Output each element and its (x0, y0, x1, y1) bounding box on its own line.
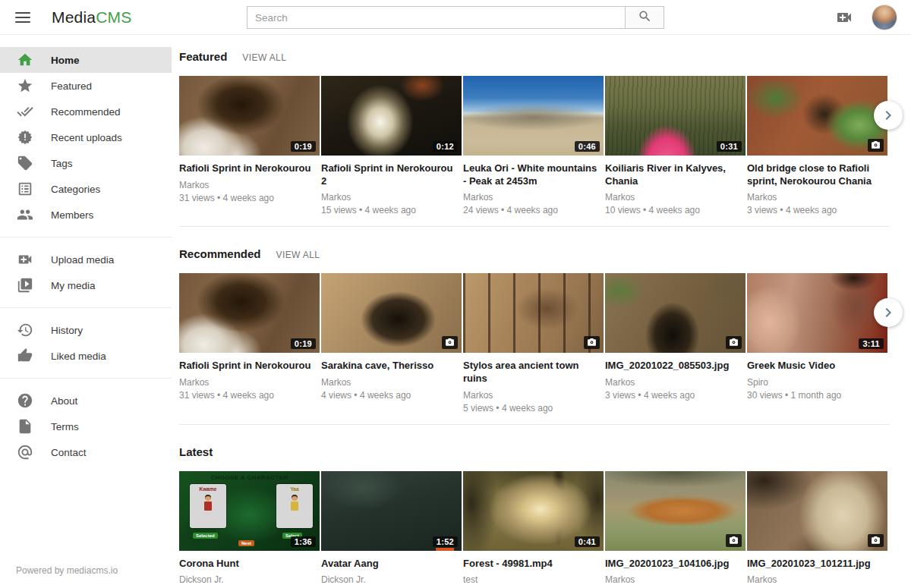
media-author[interactable]: Markos (605, 192, 746, 203)
media-thumbnail[interactable] (747, 471, 887, 551)
media-author[interactable]: Spiro (747, 377, 887, 388)
media-title[interactable]: IMG_20201023_101211.jpg (747, 558, 887, 571)
media-thumbnail[interactable] (605, 273, 746, 353)
media-card[interactable]: IMG_20201023_104106.jpgMarkos4 views • 4… (605, 471, 746, 588)
media-title[interactable]: Rafioli Sprint in Nerokourou 2 (321, 162, 462, 187)
duration-badge: 1:52 (433, 536, 458, 547)
media-title[interactable]: Stylos area ancient town ruins (463, 360, 604, 385)
sidebar-item-upload-media[interactable]: Upload media (0, 247, 172, 272)
media-title[interactable]: Sarakina cave, Therisso (321, 360, 462, 373)
media-title[interactable]: Corona Hunt (179, 558, 320, 571)
media-card[interactable]: Old bridge close to Rafioli sprint, Nero… (747, 76, 887, 215)
sidebar-item-home[interactable]: Home (0, 47, 172, 73)
sidebar-item-tags[interactable]: Tags (0, 150, 172, 176)
sidebar-item-label: Contact (51, 447, 87, 458)
media-author[interactable]: Markos (321, 192, 462, 203)
sidebar-item-liked-media[interactable]: Liked media (0, 343, 172, 369)
media-thumbnail[interactable] (321, 273, 462, 353)
duration-badge: 1:36 (291, 536, 316, 547)
media-card[interactable]: 0:31Koiliaris River in Kalyves, ChaniaMa… (605, 76, 746, 215)
sidebar-item-members[interactable]: Members (0, 202, 172, 228)
media-author[interactable]: Dickson Jr. (179, 574, 320, 585)
media-meta: 10 views • 4 weeks ago (605, 205, 746, 215)
media-meta: 15 views • 4 weeks ago (321, 205, 462, 215)
media-author[interactable]: Markos (463, 192, 604, 203)
media-card[interactable]: 1:52Avatar AangDickson Jr.12 views • 1 w… (321, 471, 462, 588)
media-author[interactable]: Markos (463, 390, 604, 401)
sidebar-item-contact[interactable]: Contact (0, 439, 172, 465)
media-title[interactable]: Old bridge close to Rafioli sprint, Nero… (747, 162, 887, 187)
media-thumbnail[interactable]: CHOOSE A CHARACTERKwameYaaSelectedNextSe… (179, 471, 320, 551)
sidebar-item-categories[interactable]: Categories (0, 176, 172, 202)
media-title[interactable]: Forest - 49981.mp4 (463, 558, 604, 571)
section-title: Recommended (179, 247, 261, 260)
media-author[interactable]: test (463, 574, 604, 585)
duration-badge: 0:19 (291, 338, 316, 349)
carousel-next-button[interactable] (874, 101, 903, 130)
media-card[interactable]: CHOOSE A CHARACTERKwameYaaSelectedNextSe… (179, 471, 320, 588)
media-card[interactable]: 3:11Greek Music VideoSpiro30 views • 1 m… (747, 273, 887, 413)
at-sign-icon (16, 443, 34, 461)
media-author[interactable]: Markos (747, 192, 887, 203)
game-character-panel: Kwame (190, 484, 226, 528)
media-thumbnail[interactable]: 0:19 (179, 76, 320, 156)
media-thumbnail[interactable] (605, 471, 746, 551)
sidebar-item-terms[interactable]: Terms (0, 413, 172, 439)
search-button[interactable] (625, 6, 664, 29)
user-avatar[interactable] (872, 5, 897, 30)
media-author[interactable]: Markos (605, 377, 746, 388)
media-card[interactable]: 0:12Rafioli Sprint in Nerokourou 2Markos… (321, 76, 462, 215)
media-title[interactable]: Koiliaris River in Kalyves, Chania (605, 162, 746, 187)
media-thumbnail[interactable]: 0:12 (321, 76, 462, 156)
sidebar-item-history[interactable]: History (0, 317, 172, 343)
sidebar-item-featured[interactable]: Featured (0, 73, 172, 99)
media-title[interactable]: Rafioli Sprint in Nerokourou (179, 162, 320, 175)
main-content: FeaturedVIEW ALL0:19Rafioli Sprint in Ne… (172, 35, 911, 588)
media-card[interactable]: 0:19Rafioli Sprint in NerokourouMarkos31… (179, 76, 320, 215)
media-author[interactable]: Markos (179, 180, 320, 190)
media-card[interactable]: IMG_20201022_085503.jpgMarkos3 views • 4… (605, 273, 746, 413)
media-title[interactable]: Greek Music Video (747, 360, 887, 373)
media-card[interactable]: 0:46Leuka Ori - White mountains - Peak a… (463, 76, 604, 215)
media-card[interactable]: 0:41Forest - 49981.mp4test17 views • 3 w… (463, 471, 604, 588)
media-thumbnail[interactable]: 1:52 (321, 471, 462, 551)
carousel-next-button[interactable] (874, 298, 903, 327)
logo[interactable]: MediaCMS (52, 8, 131, 27)
media-card[interactable]: Sarakina cave, TherissoMarkos4 views • 4… (321, 273, 462, 413)
sidebar-item-recent-uploads[interactable]: Recent uploads (0, 124, 172, 150)
media-thumbnail[interactable]: 0:31 (605, 76, 746, 156)
media-title[interactable]: IMG_20201023_104106.jpg (605, 558, 746, 571)
upload-video-icon[interactable] (835, 8, 853, 27)
categories-icon (16, 180, 34, 198)
media-thumbnail[interactable]: 0:41 (463, 471, 604, 551)
media-author[interactable]: Markos (747, 574, 887, 585)
media-card[interactable]: IMG_20201023_101211.jpgMarkos4 views • 4… (747, 471, 887, 588)
media-title[interactable]: Leuka Ori - White mountains - Peak at 24… (463, 162, 604, 187)
media-card[interactable]: 0:19Rafioli Sprint in NerokourouMarkos31… (179, 273, 320, 413)
section-header: FeaturedVIEW ALL (179, 50, 890, 63)
media-thumbnail[interactable]: 0:19 (179, 273, 320, 353)
sidebar: HomeFeaturedRecommendedRecent uploadsTag… (0, 35, 172, 588)
hamburger-menu-icon[interactable] (15, 8, 33, 27)
media-author[interactable]: Markos (179, 377, 320, 388)
logo-text-cms: CMS (96, 8, 131, 26)
media-author[interactable]: Dickson Jr. (321, 574, 462, 585)
view-all-link[interactable]: VIEW ALL (276, 250, 320, 260)
media-thumbnail[interactable]: 0:46 (463, 76, 604, 156)
media-author[interactable]: Markos (321, 377, 462, 388)
media-title[interactable]: IMG_20201022_085503.jpg (605, 360, 746, 373)
media-thumbnail[interactable] (747, 76, 887, 156)
media-author[interactable]: Markos (605, 574, 746, 585)
media-title[interactable]: Avatar Aang (321, 558, 462, 571)
sidebar-item-my-media[interactable]: My media (0, 272, 172, 298)
sidebar-item-recommended[interactable]: Recommended (0, 99, 172, 124)
sidebar-group: Upload mediaMy media (0, 237, 172, 303)
media-card[interactable]: Stylos area ancient town ruinsMarkos5 vi… (463, 273, 604, 413)
media-thumbnail[interactable]: 3:11 (747, 273, 887, 353)
media-thumbnail[interactable] (463, 273, 604, 353)
sidebar-item-about[interactable]: About (0, 388, 172, 413)
chevron-right-icon (879, 303, 897, 322)
media-title[interactable]: Rafioli Sprint in Nerokourou (179, 360, 320, 373)
search-input[interactable] (247, 6, 625, 29)
view-all-link[interactable]: VIEW ALL (242, 52, 286, 63)
